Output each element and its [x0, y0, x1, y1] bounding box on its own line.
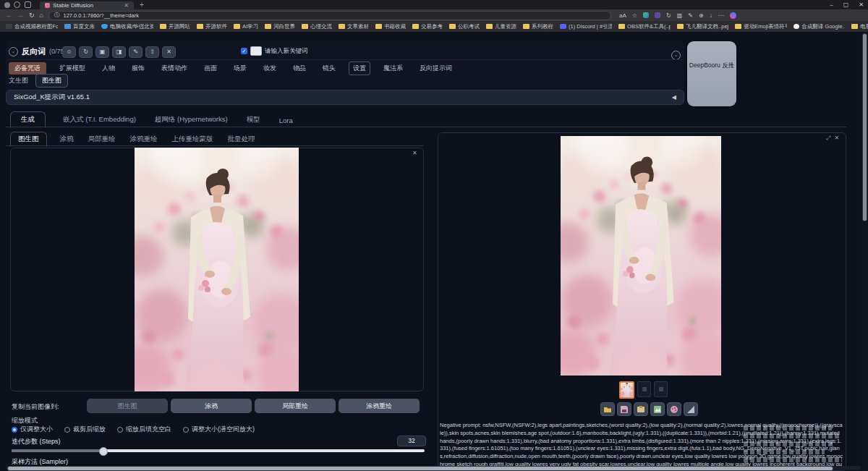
bookmark-item[interactable]: 公职考试 [449, 23, 480, 30]
bookmark-item[interactable]: 驱动Emoji表情符号.. [735, 23, 787, 30]
gallery-thumbnail-selected[interactable] [619, 381, 634, 399]
radio-latent-upscale[interactable]: 调整大小(潜空间放大) [183, 425, 255, 434]
bookmark-item[interactable]: 书籍收藏 [375, 23, 406, 30]
send-to-inpaint-icon[interactable] [667, 402, 681, 416]
workspaces-icon[interactable] [14, 1, 20, 8]
category-tab[interactable]: 妆发 [260, 62, 280, 75]
bookmark-item[interactable]: 合成视频教程图Fol.. [6, 23, 58, 30]
tab-img2img[interactable]: 图生图 [35, 74, 68, 88]
browser-tab[interactable]: Stable Diffusion ✕ [40, 1, 134, 9]
refresh-icon[interactable]: ↻ [79, 46, 93, 58]
steps-slider[interactable] [12, 449, 425, 452]
copy-inpaint-button[interactable]: 局部重绘 [255, 399, 336, 413]
bookmark-item[interactable]: 百度文库 [64, 23, 95, 30]
history-icon[interactable]: ↻ [666, 12, 671, 19]
checkbox-checked[interactable]: ✓ [241, 48, 247, 54]
category-tab[interactable]: 魔法系 [380, 62, 407, 75]
gallery-thumbnail[interactable] [637, 381, 651, 397]
bookmark-item[interactable]: 飞儿翻译文档..pej [677, 23, 728, 30]
category-tab[interactable]: 物品 [289, 62, 310, 75]
radio-crop-resize[interactable]: 裁剪后缩放 [64, 425, 106, 434]
category-tab[interactable]: 镜头 [319, 62, 339, 75]
category-tab[interactable]: 服饰 [128, 62, 148, 75]
address-bar[interactable]: ⓘ 127.0.0.1:7860/?__theme=dark [48, 11, 611, 20]
keyword-input[interactable] [250, 46, 262, 56]
tab-inpaint[interactable]: 局部重绘 [87, 132, 117, 146]
bookmark-item[interactable]: 交易参考 [412, 23, 443, 30]
profile-avatar-icon[interactable] [4, 2, 10, 8]
tab-lora[interactable]: Lora [278, 114, 294, 127]
open-folder-icon[interactable] [600, 402, 615, 416]
vertical-scrollbar[interactable] [861, 32, 867, 471]
tab-hypernetworks[interactable]: 超网络 (Hypernetworks) [153, 112, 229, 127]
bookmark-item[interactable]: 儿童资源 [486, 23, 516, 30]
tab-batch[interactable]: 批量处理 [226, 132, 257, 146]
category-tab[interactable]: 设置 [349, 61, 370, 75]
category-tab[interactable]: 扩展模型 [56, 62, 89, 75]
favorites-star-icon[interactable]: ☆ [632, 12, 637, 19]
bookmark-item[interactable]: 开源网站 [160, 23, 190, 30]
category-tab[interactable]: 场景 [230, 62, 250, 75]
steps-value-input[interactable]: 32 [397, 436, 426, 446]
tab-sketch[interactable]: 涂鸦 [59, 132, 75, 146]
collapse-circle-icon[interactable]: ⌄ [9, 47, 18, 56]
category-tab[interactable]: 反向提示词 [416, 62, 456, 75]
bookmark-item[interactable]: 文章素材 [339, 23, 369, 30]
add-icon[interactable]: ⊕ [699, 12, 704, 19]
bookmark-item[interactable]: 合成翻译 Google.. [793, 23, 845, 30]
site-info-icon[interactable]: ⓘ [54, 12, 60, 19]
tab-generate[interactable]: 生成 [10, 111, 46, 128]
bookmark-item[interactable]: 电脑物资 [851, 23, 868, 30]
extension-icon[interactable] [655, 12, 660, 18]
fullscreen-icon[interactable]: ⤢ [826, 135, 830, 142]
category-tab[interactable]: 表情动作 [158, 62, 191, 75]
scrollbar-thumb[interactable] [7, 466, 833, 471]
window-maximize-button[interactable]: ▢ [843, 0, 849, 9]
radio-resize-fill[interactable]: 缩放后填充空白 [117, 425, 171, 434]
slider-handle[interactable] [99, 447, 108, 456]
export-icon[interactable]: ⇧ [145, 46, 159, 58]
save-zip-icon[interactable] [634, 402, 648, 416]
category-tab[interactable]: 画面 [200, 62, 221, 75]
bookmark-item[interactable]: 心理交流 [302, 23, 332, 30]
tab-inpaint-sketch[interactable]: 涂鸦重绘 [129, 132, 159, 146]
send-to-img2img-icon[interactable] [650, 402, 665, 416]
back-icon[interactable]: ← [6, 12, 12, 19]
copy-inpaint-sketch-button[interactable]: 涂鸦重绘 [339, 399, 420, 413]
tab-embedding[interactable]: 嵌入式 (T.I. Embedding) [61, 112, 137, 127]
forward-icon[interactable]: → [17, 12, 24, 19]
result-image[interactable] [561, 136, 721, 375]
downloads-icon[interactable]: ↓ [710, 12, 712, 19]
tab-close-icon[interactable]: ✕ [124, 2, 129, 9]
refresh-icon[interactable]: ↻ [29, 12, 35, 19]
split-screen-icon[interactable]: ▥ [677, 12, 683, 19]
collections-icon[interactable]: ✎ [688, 12, 693, 19]
bookmark-item[interactable]: 河白世界 [265, 23, 295, 30]
more-menu-icon[interactable]: ⋯ [718, 12, 724, 19]
home-icon[interactable]: ⌂ [40, 12, 43, 19]
bookmark-item[interactable]: OBS软件&工具(..pej [618, 23, 671, 30]
gallery-thumbnail[interactable] [654, 381, 668, 397]
clear-icon[interactable]: ✕ [162, 46, 176, 58]
sixgod-accordion[interactable]: SixGod_K提示词 v1.65.1 ◀ [6, 90, 684, 105]
clear-image-icon[interactable]: ✕ [412, 150, 417, 156]
window-minimize-button[interactable]: – [830, 0, 833, 9]
compare-icon[interactable]: ◨ [112, 46, 126, 58]
bookmark-item[interactable]: 电脑收藏/华强北资.. [101, 23, 153, 30]
new-tab-button[interactable]: + [140, 1, 144, 9]
gallery-icon[interactable]: ▣ [95, 46, 109, 58]
tab-txt2img[interactable]: 文生图 [9, 76, 28, 85]
horizontal-scrollbar[interactable] [6, 466, 861, 470]
category-tab[interactable]: 人物 [98, 62, 119, 75]
send-to-extras-icon[interactable] [684, 402, 698, 416]
bookmark-item[interactable]: AI学习 [234, 23, 258, 30]
tab-img2img-mode[interactable]: 图生图 [10, 132, 47, 147]
tab-actions-icon[interactable] [25, 1, 31, 8]
category-tab[interactable]: 必备咒语 [9, 62, 46, 75]
bookmark-item[interactable]: 开源软件 [197, 23, 227, 30]
deepbooru-interrogate-button[interactable]: DeepBooru 反推 [687, 41, 736, 106]
scrollbar-thumb[interactable] [862, 33, 867, 221]
extension-icon[interactable] [643, 12, 649, 18]
emoji-icon[interactable]: ☺ [62, 46, 76, 58]
tab-checkpoints[interactable]: 模型 [245, 112, 262, 127]
